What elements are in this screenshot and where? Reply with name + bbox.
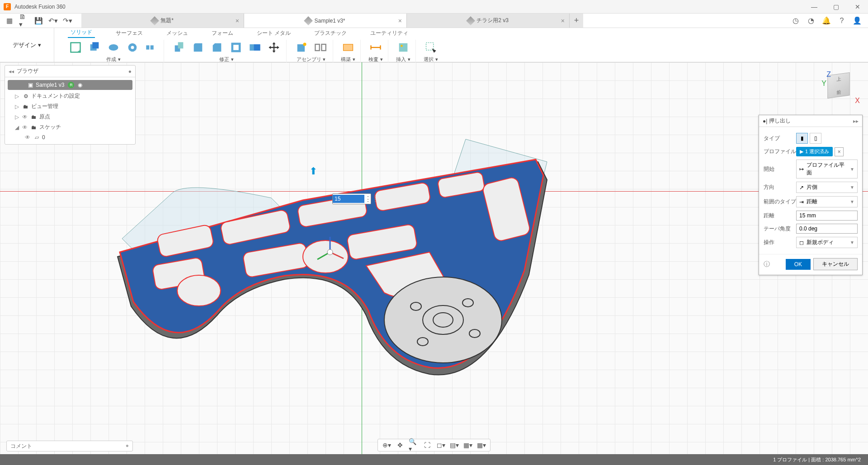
dimension-input[interactable]	[333, 195, 364, 203]
expand-icon[interactable]: ▷	[15, 103, 20, 110]
group-label[interactable]: アセンブリ ▾	[297, 56, 326, 63]
expand-icon[interactable]: ▷	[15, 93, 20, 99]
fit-icon[interactable]: ⛶	[422, 441, 432, 450]
visibility-icon[interactable]: 👁	[22, 124, 28, 131]
maximize-button[interactable]: ▢	[829, 0, 843, 14]
ribbon-tab-utility[interactable]: ユーティリティ	[368, 28, 411, 38]
visibility-icon[interactable]: 👁	[19, 82, 25, 88]
lookat-icon[interactable]: ◻▾	[436, 441, 446, 450]
expand-icon[interactable]: ▸▸	[853, 118, 859, 124]
expand-icon[interactable]: ▷	[15, 114, 20, 120]
orbit-icon[interactable]: ⊕▾	[382, 441, 392, 450]
ribbon-tab-sheetmetal[interactable]: シート メタル	[254, 28, 293, 38]
revolve-icon[interactable]	[106, 40, 121, 55]
group-label[interactable]: 作成 ▾	[106, 56, 120, 63]
group-label[interactable]: 選択 ▾	[424, 56, 438, 63]
fillet-icon[interactable]	[190, 40, 206, 55]
pattern-icon[interactable]	[144, 40, 159, 55]
start-select[interactable]: ↦ プロファイル平面▼	[796, 160, 858, 178]
pan-icon[interactable]: ✥	[395, 441, 405, 450]
target-icon[interactable]: ◉	[78, 82, 82, 88]
plane-icon[interactable]	[340, 40, 356, 55]
ribbon-tab-mesh[interactable]: メッシュ	[164, 28, 191, 38]
insert-icon[interactable]	[396, 40, 411, 55]
presspull-icon[interactable]	[171, 40, 187, 55]
user-avatar-icon[interactable]: 👤	[853, 16, 862, 25]
extrude-icon[interactable]	[87, 40, 102, 55]
save-icon[interactable]: 💾	[33, 16, 43, 26]
help-icon[interactable]: ?	[837, 16, 846, 25]
chamfer-icon[interactable]	[209, 40, 225, 55]
group-label[interactable]: 修正 ▾	[219, 56, 233, 63]
tree-node-document-settings[interactable]: ▷ ⚙ ドキュメントの設定	[5, 91, 135, 101]
component-icon[interactable]	[294, 40, 309, 55]
workspace-switcher[interactable]: デザイン ▾	[0, 28, 54, 62]
viewcube[interactable]: 上 前 Z Y X	[824, 71, 855, 103]
profile-selection-chip[interactable]: ▶ 1 選択済み	[796, 147, 833, 156]
ribbon-tab-form[interactable]: フォーム	[209, 28, 236, 38]
add-tab-button[interactable]: +	[570, 14, 583, 28]
ribbon-tab-plastic[interactable]: プラスチック	[311, 28, 349, 38]
document-tab[interactable]: Sample1 v3* ×	[244, 14, 407, 28]
hole-icon[interactable]	[125, 40, 140, 55]
clear-profile-button[interactable]: ×	[835, 147, 844, 156]
browser-header[interactable]: ◂◂ ブラウザ ●	[5, 66, 135, 77]
undo-icon[interactable]: ↶▾	[48, 16, 58, 26]
group-label[interactable]: 構築 ▾	[341, 56, 355, 63]
comment-input[interactable]: コメント ●	[6, 441, 133, 451]
operation-select[interactable]: ◻ 新規ボディ▼	[796, 237, 858, 248]
close-window-button[interactable]: ✕	[851, 0, 864, 14]
notifications-icon[interactable]: 🔔	[822, 16, 831, 25]
chevron-up-icon[interactable]: ●	[126, 442, 129, 449]
viewport-icon[interactable]: ▦▾	[476, 441, 486, 450]
sketch-icon[interactable]: +	[68, 40, 83, 55]
joint-icon[interactable]	[313, 40, 328, 55]
redo-icon[interactable]: ↷▾	[62, 16, 72, 26]
close-tab-icon[interactable]: ×	[236, 17, 239, 24]
group-label[interactable]: 挿入 ▾	[396, 56, 410, 63]
group-label[interactable]: 検査 ▾	[368, 56, 382, 63]
model-viewport[interactable]	[95, 112, 556, 388]
extensions-icon[interactable]: ◷	[791, 16, 800, 25]
measure-icon[interactable]	[368, 40, 383, 55]
ok-button[interactable]: OK	[786, 259, 811, 270]
ribbon-tab-solid[interactable]: ソリッド	[68, 28, 95, 38]
dialog-header[interactable]: ●| 押し出し ▸▸	[759, 115, 862, 127]
taper-input[interactable]: 0.0 deg	[796, 224, 858, 234]
expand-icon[interactable]: ◢	[11, 82, 17, 88]
tree-node-views[interactable]: ▷ 🖿 ビュー管理	[5, 101, 135, 112]
minimize-button[interactable]: —	[807, 0, 821, 14]
visibility-icon[interactable]: 👁	[22, 114, 28, 120]
expand-icon[interactable]: ◢	[15, 124, 20, 131]
select-icon[interactable]	[423, 40, 439, 55]
ribbon-tab-surface[interactable]: サーフェス	[113, 28, 146, 38]
close-tab-icon[interactable]: ×	[561, 17, 565, 24]
distance-input[interactable]: 15 mm	[796, 211, 858, 221]
apps-grid-icon[interactable]: ▦	[5, 16, 14, 26]
extrude-arrow-manipulator[interactable]: ⬆	[309, 165, 317, 177]
browser-options-icon[interactable]: ●	[128, 68, 132, 75]
info-icon[interactable]: ⓘ	[764, 260, 770, 268]
extent-select[interactable]: ⇥ 距離▼	[796, 196, 858, 207]
display-icon[interactable]: ▤▾	[449, 441, 459, 450]
type-thin-button[interactable]: ▯	[810, 133, 821, 144]
visibility-icon[interactable]: 👁	[25, 134, 31, 141]
direction-select[interactable]: ↗ 片側▼	[796, 182, 858, 193]
drag-handle-icon[interactable]: ⋮⋮	[364, 195, 371, 203]
new-file-icon[interactable]: 🗎▾	[19, 16, 29, 26]
move-icon[interactable]	[266, 40, 282, 55]
grid-icon[interactable]: ▦▾	[463, 441, 473, 450]
zoom-icon[interactable]: 🔍▾	[409, 441, 419, 450]
canvas-area[interactable]: ◂◂ ブラウザ ● ◢ 👁 ▣ Sample1 v3 R ◉ ▷ ⚙ ドキュメン…	[0, 62, 868, 454]
type-solid-button[interactable]: ▮	[796, 133, 808, 144]
combine-icon[interactable]	[247, 40, 263, 55]
jobs-icon[interactable]: ◔	[807, 16, 816, 25]
dimension-input-overlay[interactable]: ⋮⋮	[332, 193, 371, 204]
close-tab-icon[interactable]: ×	[398, 17, 402, 24]
cancel-button[interactable]: キャンセル	[813, 258, 858, 270]
pin-icon[interactable]: ●|	[763, 118, 767, 124]
shell-icon[interactable]	[228, 40, 244, 55]
document-tab[interactable]: チラシ用2 v3 ×	[407, 14, 570, 28]
document-tab[interactable]: 無題* ×	[81, 14, 244, 28]
tree-root[interactable]: ◢ 👁 ▣ Sample1 v3 R ◉	[8, 80, 132, 90]
